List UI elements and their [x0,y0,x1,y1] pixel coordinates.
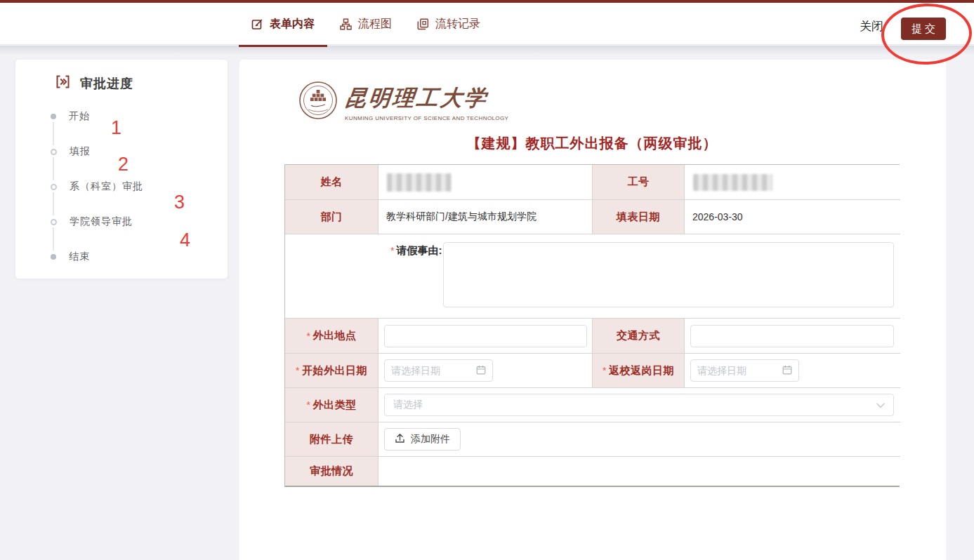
return-date-label-cell: * 返校返岗日期 [593,354,685,388]
start-date-label-cell: * 开始外出日期 [285,354,379,388]
return-date-value-cell [685,354,900,388]
university-logo: 昆明理工大学 KUNMING UNIVERSITY OF SCIENCE AND… [298,81,508,123]
approval-status-value-cell [379,457,900,486]
calendar-icon [476,365,486,377]
university-name-en: KUNMING UNIVERSITY OF SCIENCE AND TECHNO… [345,115,508,121]
employee-id-value-redacted [693,174,772,191]
flowchart-icon [340,18,352,30]
step-college-leader-approval: 学院领导审批 [51,216,133,227]
fill-date-value-cell: 2026-03-30 [685,200,900,234]
required-marker: * [296,365,300,376]
transport-input[interactable] [690,325,894,347]
department-value: 教学科研部门/建筑与城市规划学院 [386,211,537,223]
start-date-label: 开始外出日期 [302,364,367,378]
required-marker: * [603,365,607,376]
header: 表单内容 流程图 [0,3,974,45]
step-fill-in: 填报 [51,146,91,157]
start-date-input[interactable] [391,365,472,376]
close-button[interactable]: 关闭 [860,16,883,37]
step-dot [51,149,57,155]
attachment-label: 附件上传 [310,433,353,446]
name-label: 姓名 [321,175,343,189]
type-label: 外出类型 [312,399,356,412]
fill-date-label-cell: 填表日期 [593,200,685,234]
step-start: 开始 [51,111,90,122]
tab-form-content[interactable]: 表单内容 [239,3,327,45]
return-date-label: 返校返岗日期 [609,364,674,378]
edit-square-icon [251,18,263,30]
type-select[interactable]: 请选择 [384,394,894,416]
step-label: 结束 [69,251,90,263]
step-dept-approval: 系（科室）审批 [51,181,143,192]
employee-id-value-cell [685,165,900,200]
employee-id-label-cell: 工号 [593,165,685,200]
name-value-redacted [387,173,452,192]
destination-input[interactable] [384,325,587,347]
approval-progress-header: 审批进度 [55,74,133,93]
reason-row: *请假事由: [285,234,900,319]
required-marker: * [307,331,311,342]
type-label-cell: * 外出类型 [285,388,379,422]
tab-records[interactable]: 流转记录 [404,3,493,45]
form-content-panel: 昆明理工大学 KUNMING UNIVERSITY OF SCIENCE AND… [239,60,946,560]
reason-textarea[interactable] [443,242,894,307]
tab-bar: 表单内容 流程图 [239,3,493,45]
add-attachment-label: 添加附件 [411,433,450,446]
workflow-form-page: 表单内容 流程图 [0,0,974,560]
start-date-picker[interactable] [384,359,493,382]
attachment-value-cell: 添加附件 [379,422,900,457]
logo-texts: 昆明理工大学 KUNMING UNIVERSITY OF SCIENCE AND… [345,81,508,121]
active-tab-underline [239,45,327,47]
return-date-picker[interactable] [690,359,799,382]
fill-date-value: 2026-03-30 [692,211,743,222]
form-title: 【建规】教职工外出报备（两级审批） [284,134,900,153]
return-date-input[interactable] [697,365,778,376]
destination-label-cell: * 外出地点 [285,319,379,354]
reason-label-text: 请假事由: [396,244,442,256]
name-value-cell [379,165,593,200]
step-label: 填报 [70,145,91,158]
step-label: 系（科室）审批 [70,180,143,193]
transport-label: 交通方式 [617,329,660,342]
upload-icon [395,433,405,446]
approval-progress-title: 审批进度 [80,75,133,92]
destination-value-cell [379,319,593,354]
employee-id-label: 工号 [628,175,650,189]
step-end: 结束 [51,251,90,262]
university-name-cn: 昆明理工大学 [343,84,511,113]
approval-status-label-cell: 审批情况 [285,457,379,486]
approval-progress-panel: 审批进度 开始 填报 系（科室）审批 学院领导审批 结束 [15,60,228,279]
reason-label: *请假事由: [390,244,442,258]
type-value-cell: 请选择 [379,388,900,422]
transport-label-cell: 交通方式 [593,319,685,354]
department-value-cell: 教学科研部门/建筑与城市规划学院 [379,200,593,234]
step-connector [53,122,54,145]
header-shadow [0,46,974,55]
submit-button[interactable]: 提 交 [901,18,946,40]
calendar-icon [782,365,792,377]
step-connector [53,192,54,215]
type-select-placeholder: 请选择 [393,399,423,411]
step-dot [51,219,57,225]
tab-label: 流转记录 [435,17,480,32]
fast-forward-bracket-icon [55,74,71,93]
step-label: 学院领导审批 [70,215,133,228]
start-date-value-cell [379,354,593,388]
required-marker: * [307,399,311,411]
step-label: 开始 [69,110,90,123]
add-attachment-button[interactable]: 添加附件 [384,428,461,451]
step-dot [51,114,56,119]
approval-status-label: 审批情况 [310,465,353,478]
tab-label: 表单内容 [270,17,315,32]
department-label-cell: 部门 [285,200,379,234]
name-label-cell: 姓名 [285,165,379,200]
tab-label: 流程图 [358,17,392,32]
department-label: 部门 [321,211,343,224]
step-connector [53,227,54,251]
attachment-label-cell: 附件上传 [285,422,379,457]
step-connector [53,157,54,180]
required-marker: * [390,245,394,256]
form-table: 姓名 工号 部门 教学科研部门/建筑与城市规划学院 填表日期 2026- [284,164,900,487]
kust-seal-logo [298,81,338,123]
tab-flowchart[interactable]: 流程图 [327,3,404,45]
